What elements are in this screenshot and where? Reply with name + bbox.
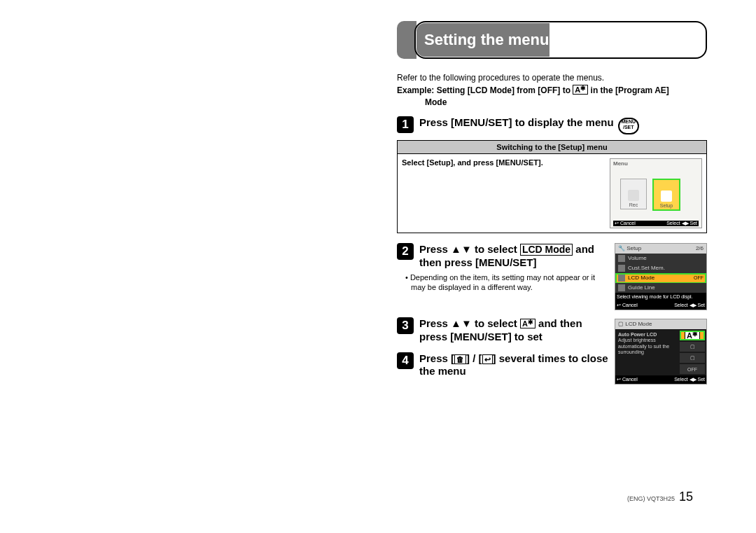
step-3-text: Press ▲▼ to select A and then press [MEN… (419, 317, 609, 344)
shot1-tab-setup: Setup (652, 179, 680, 211)
shot3-opt-2: ▢ (680, 342, 705, 352)
step-3a: Press ▲▼ to select (419, 317, 520, 329)
step-1-label: Press [MENU/SET] to display the menu (419, 116, 617, 128)
intro-text: Refer to the following procedures to ope… (397, 73, 707, 83)
step-4-text: Press [🗑] / [↩] several times to close t… (419, 352, 609, 379)
shot3-header: ▢ LCD Mode (615, 319, 706, 329)
shot2-row-lcdmode: LCD ModeOFF (615, 273, 706, 284)
shot2-head-l: 🔧 Setup (618, 244, 641, 254)
lcd-mode-box: LCD Mode (520, 244, 573, 256)
auto-power-lcd-icon: A (573, 85, 588, 95)
volume-icon (618, 255, 625, 262)
content-area: Refer to the following procedures to ope… (397, 71, 707, 504)
step-4a: Press [ (419, 352, 454, 364)
auto-power-lcd-icon-2: A (520, 319, 536, 328)
shot2-message: Select viewing mode for LCD displ. (615, 293, 706, 301)
shot3-opt-auto: A (680, 331, 705, 340)
shot3-opt-3: ▢ (680, 353, 705, 363)
shot3-select: Select ◀▶ Set (674, 375, 705, 384)
step-1: 1 Press [MENU/SET] to display the menu M… (397, 116, 707, 134)
step-3-4-row: 3 Press ▲▼ to select A and then press [M… (397, 317, 707, 385)
shot1-tab-rec-label: Rec (629, 202, 638, 207)
menu-set-button-icon: MENU/SET (618, 118, 639, 134)
guideline-icon (618, 284, 625, 291)
step-2-row: 2 Press ▲▼ to select LCD Mode and then p… (397, 243, 707, 310)
tab-stub (397, 21, 416, 59)
shot2-select: Select ◀▶ Set (674, 301, 705, 310)
auto-icon-in-shot: A (685, 331, 700, 340)
shot1-cancel: ↩ Cancel (615, 221, 636, 226)
step-2a: Press ▲▼ to select (419, 243, 520, 255)
trash-icon: 🗑 (454, 354, 466, 364)
shot2-cancel: ↩ Cancel (617, 301, 638, 310)
shot3-footer: ↩ CancelSelect ◀▶ Set (615, 375, 706, 384)
page-number: 15 (679, 490, 693, 504)
step-3: 3 Press ▲▼ to select A and then press [M… (397, 317, 609, 344)
shot3-opt-off: OFF (680, 364, 705, 374)
example-line-1: Example: Setting [LCD Mode] from [OFF] t… (397, 85, 707, 96)
section-title-tab: Setting the menu (301, 21, 721, 59)
step-2-note: • Depending on the item, its setting may… (405, 272, 609, 293)
screenshot-lcd-mode-options: ▢ LCD Mode Auto Power LCD Adjust brightn… (615, 319, 707, 385)
shot2-footer: ↩ CancelSelect ◀▶ Set (615, 301, 706, 310)
step-1-text: Press [MENU/SET] to display the menu MEN… (419, 116, 639, 134)
step-4: 4 Press [🗑] / [↩] several times to close… (397, 352, 609, 379)
shot1-footer: ↩ CancelSelect ◀▶ Set (613, 221, 699, 226)
shot3-text: Auto Power LCD Adjust brightness automat… (618, 332, 676, 356)
step-2-text: Press ▲▼ to select LCD Mode and then pre… (419, 243, 609, 270)
return-icon: ↩ (482, 354, 493, 364)
shot1-tab-setup-label: Setup (660, 203, 673, 208)
menu-btn-bot: /SET (620, 125, 638, 130)
tab-main: Setting the menu (414, 21, 707, 59)
example-pre: Example: Setting [LCD Mode] from [OFF] t… (397, 85, 573, 95)
lcd-icon (618, 275, 625, 282)
step-3-4-left: 3 Press ▲▼ to select A and then press [M… (397, 317, 609, 378)
shot2-row-guideline: Guide Line (615, 283, 706, 293)
doc-code: (ENG) VQT3H25 (627, 495, 675, 502)
step-number-2: 2 (397, 243, 414, 260)
shot2-r3-val: OFF (694, 273, 704, 283)
switching-setup-box: Switching to the [Setup] menu Select [Se… (397, 140, 707, 233)
custset-icon (618, 265, 625, 272)
step-number-1: 1 (397, 116, 414, 133)
screenshot-setup-list: 🔧 Setup2/6 Volume Cust.Set Mem. LCD Mode… (615, 243, 707, 310)
step-2: 2 Press ▲▼ to select LCD Mode and then p… (397, 243, 609, 270)
shot1-select: Select ◀▶ Set (666, 221, 697, 226)
screenshot-menu-select: Menu Rec Setup ↩ CancelSelect ◀▶ Set (610, 158, 702, 228)
graybox-head: Switching to the [Setup] menu (398, 141, 706, 154)
shot2-r3: LCD Mode (628, 275, 654, 281)
shot2-row-custset: Cust.Set Mem. (615, 263, 706, 274)
section-title: Setting the menu (424, 22, 549, 57)
step-number-3: 3 (397, 317, 414, 334)
shot2-r2: Cust.Set Mem. (628, 265, 665, 271)
page-footer: (ENG) VQT3H2515 (627, 490, 693, 504)
step-2-left: 2 Press ▲▼ to select LCD Mode and then p… (397, 243, 609, 292)
shot2-row-volume: Volume (615, 254, 706, 264)
shot3-cancel: ↩ Cancel (617, 375, 638, 384)
shot1-tab-rec: Rec (620, 179, 647, 209)
camera-icon (628, 190, 639, 201)
example-post: in the [Program AE] (588, 85, 669, 95)
shot2-r4: Guide Line (628, 284, 655, 291)
step-4b: ] / [ (466, 352, 482, 364)
step-number-4: 4 (397, 352, 414, 369)
shot1-tabs: Rec Setup (620, 179, 680, 211)
shot3-desc: Adjust brightness automatically to suit … (618, 338, 669, 354)
graybox-body: Select [Setup], and press [MENU/SET]. Me… (398, 154, 706, 233)
wrench-icon (661, 191, 672, 202)
graybox-text: Select [Setup], and press [MENU/SET]. (402, 158, 610, 228)
step-2-note-text: Depending on the item, its setting may n… (410, 273, 595, 291)
shot2-header: 🔧 Setup2/6 (615, 244, 706, 254)
menu-btn-top: MENU (620, 119, 638, 125)
shot3-title: Auto Power LCD (618, 332, 657, 337)
shot3-options: A ▢ ▢ OFF (680, 331, 705, 375)
shot2-r1: Volume (628, 255, 647, 261)
shot2-head-r: 2/6 (696, 244, 704, 254)
example-line-2: Mode (397, 97, 707, 108)
shot1-title: Menu (613, 160, 699, 167)
